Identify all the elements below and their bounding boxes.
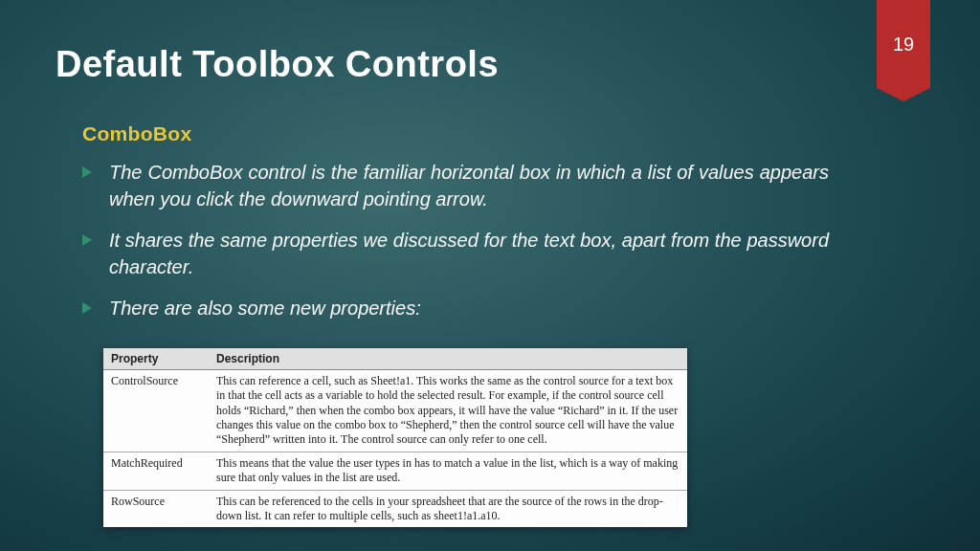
table-row: ControlSource This can reference a cell,… — [103, 370, 687, 452]
cell-description: This means that the value the user types… — [209, 452, 687, 490]
table-row: MatchRequired This means that the value … — [103, 452, 687, 490]
bullet-item: There are also some new properties: — [82, 295, 829, 321]
table-row: RowSource This can be referenced to the … — [103, 490, 687, 527]
slide-number: 19 — [893, 33, 914, 55]
properties-table: Property Description ControlSource This … — [103, 348, 687, 527]
cell-property: RowSource — [103, 490, 209, 527]
slide-title: Default Toolbox Controls — [56, 44, 499, 85]
subheading: ComboBox — [82, 122, 829, 145]
col-header-description: Description — [209, 348, 687, 370]
slide: 19 Default Toolbox Controls ComboBox The… — [0, 0, 980, 551]
cell-description: This can be referenced to the cells in y… — [209, 490, 687, 527]
content-area: ComboBox The ComboBox control is the fam… — [82, 122, 829, 335]
slide-number-ribbon: 19 — [877, 0, 930, 88]
cell-description: This can reference a cell, such as Sheet… — [209, 370, 687, 452]
properties-table-wrap: Property Description ControlSource This … — [103, 348, 687, 527]
bullet-item: The ComboBox control is the familiar hor… — [82, 159, 829, 213]
bullet-list: The ComboBox control is the familiar hor… — [82, 159, 829, 321]
bullet-item: It shares the same properties we discuss… — [82, 227, 829, 281]
cell-property: ControlSource — [103, 370, 209, 452]
table-header-row: Property Description — [103, 348, 687, 370]
cell-property: MatchRequired — [103, 452, 209, 490]
col-header-property: Property — [103, 348, 209, 370]
